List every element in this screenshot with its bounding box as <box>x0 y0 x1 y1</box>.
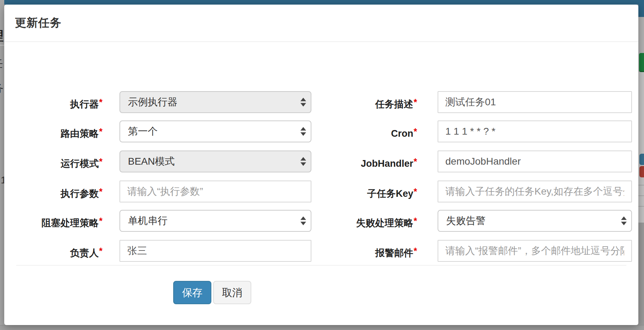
required-asterisk: * <box>99 187 103 196</box>
select-arrows-icon <box>300 127 306 136</box>
field-label-block-strategy: 阻塞处理策略* <box>14 210 103 232</box>
field-label-alarm-email: 报警邮件* <box>315 240 417 262</box>
background-text-fragment: 任 <box>0 57 3 71</box>
field-label-jobhandler: JobHandler* <box>315 151 417 172</box>
background-row-line <box>638 185 644 185</box>
background-row-line <box>638 206 644 207</box>
background-green-button-fragment <box>639 53 644 72</box>
required-asterisk: * <box>414 187 417 196</box>
modal-footer: 保存 取消 <box>16 265 626 326</box>
select-arrows-icon <box>300 217 306 225</box>
required-asterisk: * <box>99 97 103 107</box>
field-label-executor: 执行器* <box>14 91 103 113</box>
glue-type-select[interactable]: BEAN模式 <box>119 151 311 172</box>
save-button[interactable]: 保存 <box>173 281 211 304</box>
background-number-fragment: 1 <box>1 175 4 186</box>
task-desc-input[interactable] <box>438 91 632 113</box>
field-label-cron: Cron* <box>315 120 417 142</box>
route-strategy-select[interactable]: 第一个 <box>119 120 311 142</box>
required-asterisk: * <box>414 246 417 256</box>
background-text-fragment: 务 <box>0 81 4 96</box>
background-divider <box>0 45 4 46</box>
required-asterisk: * <box>414 157 417 166</box>
background-row-line <box>638 195 644 196</box>
update-job-modal: 更新任务 执行器* 示例执行器 任务描述* 路由策略* 第一个 Cron* 运行… <box>4 5 638 325</box>
block-strategy-select[interactable]: 单机串行 <box>119 210 311 232</box>
child-jobkey-input[interactable] <box>438 181 632 202</box>
fail-strategy-select[interactable]: 失败告警 <box>438 210 632 232</box>
field-label-author: 负责人* <box>14 240 103 262</box>
required-asterisk: * <box>414 216 417 226</box>
required-asterisk: * <box>99 126 103 136</box>
field-label-glue-type: 运行模式* <box>14 151 103 172</box>
backdrop-bottom <box>0 325 644 330</box>
executor-param-input[interactable] <box>119 181 311 202</box>
background-table-fragment <box>638 72 644 223</box>
background-page-title-fragment: 理 <box>0 28 4 45</box>
alarm-email-input[interactable] <box>438 240 632 262</box>
background-footer-fragment <box>638 223 644 325</box>
field-label-child-jobkey: 子任务Key* <box>315 181 417 202</box>
jobhandler-input[interactable] <box>438 151 632 172</box>
field-label-route-strategy: 路由策略* <box>14 120 103 142</box>
modal-header: 更新任务 <box>4 5 638 42</box>
field-label-executor-param: 执行参数* <box>14 181 103 202</box>
backdrop-right <box>638 0 644 330</box>
select-arrows-icon <box>300 157 306 166</box>
backdrop-left: 理 任 务 1 <box>0 0 4 330</box>
modal-title: 更新任务 <box>15 15 62 31</box>
required-asterisk: * <box>99 246 103 256</box>
background-navbar <box>0 0 644 5</box>
cron-input[interactable] <box>438 120 632 142</box>
required-asterisk: * <box>414 97 417 107</box>
background-blue-button-fragment <box>639 154 644 165</box>
select-arrows-icon <box>621 217 627 225</box>
background-red-button-fragment <box>639 166 644 177</box>
author-input[interactable] <box>119 240 311 262</box>
field-label-fail-strategy: 失败处理策略* <box>315 210 417 232</box>
select-arrows-icon <box>300 98 306 107</box>
required-asterisk: * <box>99 157 103 166</box>
required-asterisk: * <box>99 216 103 226</box>
executor-select[interactable]: 示例执行器 <box>119 91 311 113</box>
field-label-task-desc: 任务描述* <box>315 91 417 113</box>
required-asterisk: * <box>414 126 417 136</box>
background-navbar-fragment <box>638 0 644 17</box>
modal-body: 执行器* 示例执行器 任务描述* 路由策略* 第一个 Cron* 运行模式* B… <box>4 42 638 265</box>
cancel-button[interactable]: 取消 <box>213 281 251 304</box>
